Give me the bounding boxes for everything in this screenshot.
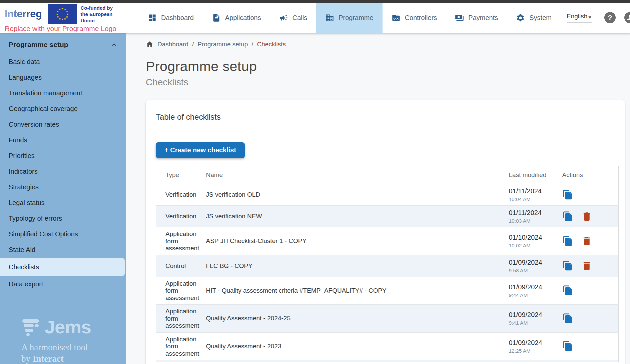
cell-name: HIT - Quality assessment criteria #TEMP_… <box>206 277 509 305</box>
sidebar-item-label: Priorities <box>9 152 35 160</box>
checklists-table: Type Name Last modified Actions Verifica… <box>156 166 619 362</box>
cell-last-modified: 01/11/2024 10:04 AM <box>509 184 553 206</box>
sidebar-item[interactable]: Funds <box>0 132 126 148</box>
breadcrumb: Dashboard / Programme setup / Checklists <box>146 40 630 49</box>
chevron-up-icon <box>111 41 117 48</box>
interreg-logo: Interreg <box>5 8 42 20</box>
sidebar-item[interactable]: Indicators <box>0 164 126 179</box>
sidebar-item-label: Typology of errors <box>9 215 62 222</box>
nav-label: Programme <box>339 14 373 22</box>
copy-checklist-button[interactable] <box>562 285 573 296</box>
sidebar-group-header[interactable]: Programme setup <box>0 33 126 54</box>
delete-checklist-button[interactable] <box>581 211 592 222</box>
sidebar-item[interactable]: Strategies <box>0 179 126 195</box>
gear-icon <box>516 13 525 22</box>
nav-label: Calls <box>292 14 307 22</box>
breadcrumb-dashboard[interactable]: Dashboard <box>157 41 188 48</box>
copy-checklist-button[interactable] <box>562 189 573 200</box>
page-title: Programme setup <box>146 59 630 74</box>
cell-last-modified: 01/09/2024 9:58 AM <box>509 255 553 277</box>
cell-name: ASP JH Checklist-Cluster 1 - COPY <box>206 227 509 255</box>
sidebar-item[interactable]: Priorities <box>0 148 126 164</box>
copy-checklist-button[interactable] <box>562 341 573 352</box>
sidebar-item[interactable]: Data export <box>0 276 126 292</box>
cell-actions <box>553 227 619 255</box>
rule-folder-icon <box>392 13 401 22</box>
main-nav: Dashboard Applications Calls Programme C… <box>139 3 561 33</box>
sidebar-item[interactable]: Languages <box>0 70 126 85</box>
copy-checklist-button[interactable] <box>562 211 573 222</box>
language-select[interactable]: English ▼ <box>567 13 592 23</box>
sidebar-menu: Basic data Languages Translation managem… <box>0 54 126 292</box>
cell-actions <box>553 184 619 206</box>
nav-label: Controllers <box>405 14 437 22</box>
create-new-checklist-button[interactable]: + Create new checklist <box>156 142 245 158</box>
sidebar-item-label: Data export <box>9 280 43 288</box>
copy-checklist-button[interactable] <box>562 313 573 324</box>
nav-item-payments[interactable]: Payments <box>446 3 507 33</box>
column-header-name: Name <box>206 166 509 184</box>
trash-icon <box>581 211 592 222</box>
cell-actions <box>553 277 619 305</box>
sidebar: Programme setup Basic data Languages Tra… <box>0 33 126 364</box>
last-modified-date: 01/09/2024 <box>509 283 553 291</box>
sidebar-item-label: Funds <box>9 136 27 144</box>
breadcrumb-programme-setup[interactable]: Programme setup <box>197 41 248 48</box>
sidebar-item[interactable]: Geographical coverage <box>0 101 126 117</box>
delete-checklist-button[interactable] <box>581 236 592 247</box>
sidebar-item-label: State Aid <box>9 246 35 254</box>
breadcrumb-current: Checklists <box>257 41 286 48</box>
cell-name: JS verification NEW <box>206 206 509 227</box>
copy-checklist-button[interactable] <box>562 260 573 271</box>
nav-label: Dashboard <box>161 14 194 22</box>
copy-checklist-button[interactable] <box>562 236 573 247</box>
megaphone-icon <box>279 13 288 22</box>
cell-name: Quality Assessment - 2023 <box>206 332 509 360</box>
sidebar-item-label: Checklists <box>9 263 39 271</box>
help-button[interactable]: ? <box>604 12 616 23</box>
table-row: Application form assessment ASP JH Check… <box>156 227 619 255</box>
copy-icon <box>562 236 573 247</box>
cell-type: Application form assessment <box>156 227 206 255</box>
sidebar-item[interactable]: Translation management <box>0 85 126 101</box>
checklists-card: Table of checklists + Create new checkli… <box>146 100 625 364</box>
sidebar-item[interactable]: Legal status <box>0 195 126 211</box>
programme-logo-placeholder: Replace with your Programme Logo <box>5 25 126 33</box>
sidebar-group-label: Programme setup <box>9 41 68 49</box>
sidebar-item[interactable]: Typology of errors <box>0 211 126 226</box>
sidebar-item[interactable]: State Aid <box>0 242 126 258</box>
svg-text:★: ★ <box>59 8 61 11</box>
nav-item-calls[interactable]: Calls <box>270 3 316 33</box>
cell-last-modified: 01/09/2024 12:25 AM <box>509 332 553 360</box>
cell-type: Control <box>156 255 206 277</box>
table-row: Control FLC BG - COPY 01/09/2024 9:58 AM <box>156 255 619 277</box>
delete-checklist-button[interactable] <box>581 260 592 271</box>
sidebar-item-label: Legal status <box>9 199 45 207</box>
copy-icon <box>562 313 573 324</box>
cell-actions <box>553 206 619 227</box>
home-icon[interactable] <box>146 40 154 48</box>
profile-button[interactable] <box>624 12 630 23</box>
jems-tagline: A harmonised tool by Interact <box>21 342 91 364</box>
sidebar-item[interactable]: Simplified Cost Options <box>0 226 126 242</box>
svg-text:★: ★ <box>57 15 59 18</box>
cell-name: FLC BG - COPY <box>206 255 509 277</box>
jems-footer: Jems A harmonised tool by Interact <box>21 316 91 364</box>
table-row: Application form assessment Quality Asse… <box>156 332 619 360</box>
copy-icon <box>562 285 573 296</box>
last-modified-time: 10:04 AM <box>509 196 553 202</box>
last-modified-date: 01/09/2024 <box>509 311 553 319</box>
cell-name: JS verification OLD <box>206 184 509 206</box>
sidebar-item[interactable]: Checklists <box>0 258 125 276</box>
nav-item-applications[interactable]: Applications <box>203 3 270 33</box>
page-subtitle: Checklists <box>146 77 630 88</box>
nav-item-dashboard[interactable]: Dashboard <box>139 3 203 33</box>
last-modified-time: 9:58 AM <box>509 267 553 274</box>
last-modified-date: 01/11/2024 <box>509 209 553 217</box>
sidebar-item[interactable]: Conversion rates <box>0 117 126 132</box>
eu-flag-icon: ★★★ ★★★ ★★★ ★★★ <box>48 4 77 24</box>
nav-item-programme[interactable]: Programme <box>316 3 382 33</box>
sidebar-item[interactable]: Basic data <box>0 54 126 70</box>
nav-item-system[interactable]: System <box>507 3 561 33</box>
nav-item-controllers[interactable]: Controllers <box>383 3 446 33</box>
